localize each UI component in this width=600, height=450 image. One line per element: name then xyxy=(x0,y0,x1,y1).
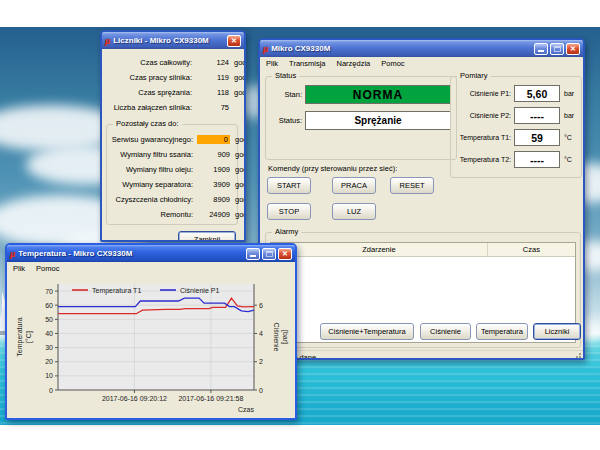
counter-unit: godz. xyxy=(229,88,246,97)
maximize-icon[interactable] xyxy=(262,248,276,260)
svg-text:2017-06-16 09:20:12: 2017-06-16 09:20:12 xyxy=(102,395,167,402)
stan-value: NORMA xyxy=(305,85,451,104)
measurement-label: Temperatura T1: xyxy=(453,134,514,141)
minimize-icon[interactable] xyxy=(246,248,260,260)
counter-label: Wymiany filtru ssania: xyxy=(107,150,197,159)
close-counters-button[interactable]: Zamknij xyxy=(178,231,236,242)
menu-narzedzia[interactable]: Narzędzia xyxy=(337,59,371,68)
svg-text:[°C]: [°C] xyxy=(25,331,33,343)
status-group: Status Stan: NORMA Status: Sprężanie xyxy=(265,76,457,160)
svg-text:Ciśnienie: Ciśnienie xyxy=(273,323,280,352)
counter-unit: godz. xyxy=(230,210,246,219)
close-icon[interactable]: ✕ xyxy=(278,248,292,260)
measurement-row: Ciśnienie P1: 5,60 bar xyxy=(453,85,579,102)
measurement-value: ---- xyxy=(514,151,560,168)
counter-unit: godz. xyxy=(229,58,246,67)
komendy-label: Komendy (przy sterowaniu przez sieć): xyxy=(268,164,397,173)
chart-svg: 01020304050607002462017-06-16 09:20:1220… xyxy=(10,276,292,416)
counter-value: 909 xyxy=(197,150,230,159)
counter-row: Serwisu gwarancyjnego: 0 godz. xyxy=(107,132,235,147)
svg-text:6: 6 xyxy=(259,302,263,309)
measurement-label: Ciśnienie P1: xyxy=(453,90,514,97)
svg-text:0: 0 xyxy=(259,387,263,394)
measurement-unit: °C xyxy=(560,156,572,163)
status-value: Sprężanie xyxy=(305,111,451,130)
menu-transmisja[interactable]: Transmisja xyxy=(289,59,325,68)
measurement-row: Temperatura T1: 59 °C xyxy=(453,129,579,146)
counter-unit: godz. xyxy=(230,165,246,174)
counter-unit: godz. xyxy=(229,73,246,82)
counters-window-title: Liczniki - Mikro CX9330M xyxy=(113,36,225,45)
counter-value: 75 xyxy=(196,103,229,112)
close-icon[interactable]: ✕ xyxy=(227,35,241,47)
counter-value: 1909 xyxy=(197,165,230,174)
status-group-label: Status xyxy=(272,71,299,80)
app-icon: µ xyxy=(263,44,268,54)
counter-label: Czyszczenia chłodnicy: xyxy=(107,195,197,204)
counter-label: Czas całkowity: xyxy=(106,58,196,67)
svg-text:20: 20 xyxy=(45,358,53,365)
svg-text:2: 2 xyxy=(259,358,263,365)
stop-button[interactable]: STOP xyxy=(267,203,311,220)
measurement-value: 5,60 xyxy=(514,85,560,102)
counters-body: Czas całkowity: 124 godz. Czas pracy sil… xyxy=(102,49,244,242)
svg-text:70: 70 xyxy=(45,288,53,295)
svg-text:60: 60 xyxy=(45,302,53,309)
measurement-unit: bar xyxy=(560,112,574,119)
svg-text:40: 40 xyxy=(45,330,53,337)
alarmy-group-label: Alarmy xyxy=(272,227,301,236)
menu-pomoc[interactable]: Pomoc xyxy=(36,264,59,273)
measurement-row: Ciśnienie P2: ---- bar xyxy=(453,107,579,124)
svg-text:Temperatura: Temperatura xyxy=(16,317,24,356)
maximize-icon[interactable] xyxy=(550,43,564,55)
svg-text:[bar]: [bar] xyxy=(281,330,289,344)
resize-grip-icon[interactable] xyxy=(572,352,581,360)
temperatura-button[interactable]: Temperatura xyxy=(476,323,528,340)
counter-row: Liczba załączeń silnika: 75 xyxy=(106,100,238,115)
measurement-label: Ciśnienie P2: xyxy=(453,112,514,119)
stan-label: Stan: xyxy=(270,90,305,99)
counters-window: µ Liczniki - Mikro CX9330M ✕ Czas całkow… xyxy=(100,30,246,242)
svg-text:Temperatura T1: Temperatura T1 xyxy=(92,287,141,295)
counter-row: Czas sprężania: 118 godz. xyxy=(106,85,238,100)
counter-unit: godz. xyxy=(230,150,246,159)
counter-unit: godz. xyxy=(230,135,246,144)
chart-window-title: Temperatura - Mikro CX9330M xyxy=(18,249,244,258)
counter-row: Czas pracy silnika: 119 godz. xyxy=(106,70,238,85)
chart-window: µ Temperatura - Mikro CX9330M ✕ Plik Pom… xyxy=(5,243,297,420)
counter-label: Wymiany separatora: xyxy=(107,180,197,189)
counter-label: Serwisu gwarancyjnego: xyxy=(107,135,197,144)
minimize-icon[interactable] xyxy=(534,43,548,55)
menu-plik[interactable]: Plik xyxy=(266,59,278,68)
alarm-col-zdarzenie[interactable]: Zdarzenie xyxy=(271,243,488,256)
svg-text:50: 50 xyxy=(45,316,53,323)
alarm-col-czas[interactable]: Czas xyxy=(488,243,575,256)
praca-button[interactable]: PRACA xyxy=(332,177,376,194)
start-button[interactable]: START xyxy=(267,177,311,194)
counter-value: 124 xyxy=(196,58,229,67)
menu-plik[interactable]: Plik xyxy=(13,264,25,273)
svg-text:4: 4 xyxy=(259,330,263,337)
counter-label: Liczba załączeń silnika: xyxy=(106,103,196,112)
counter-row: Wymiany filtru ssania: 909 godz. xyxy=(107,147,235,162)
app-icon: µ xyxy=(10,249,15,259)
measurement-unit: bar xyxy=(560,90,574,97)
liczniki-button[interactable]: Liczniki xyxy=(533,323,581,340)
luz-button[interactable]: LUZ xyxy=(332,203,376,220)
chart-titlebar[interactable]: µ Temperatura - Mikro CX9330M ✕ xyxy=(7,245,295,262)
cisnienie-temperatura-button[interactable]: Ciśnienie+Temperatura xyxy=(320,323,414,340)
reset-button[interactable]: RESET xyxy=(390,177,434,194)
svg-text:0: 0 xyxy=(49,387,53,394)
counter-row: Remontu: 24909 godz. xyxy=(107,207,235,222)
close-icon[interactable]: ✕ xyxy=(566,43,580,55)
cisnienie-button[interactable]: Ciśnienie xyxy=(420,323,471,340)
main-titlebar[interactable]: µ Mikro CX9330M ✕ xyxy=(260,40,583,57)
counter-row: Czas całkowity: 124 godz. xyxy=(106,55,238,70)
counter-value: 3909 xyxy=(197,180,230,189)
svg-text:Czas: Czas xyxy=(238,406,254,413)
counter-row: Wymiany filtru oleju: 1909 godz. xyxy=(107,162,235,177)
counter-row: Wymiany separatora: 3909 godz. xyxy=(107,177,235,192)
menu-pomoc[interactable]: Pomoc xyxy=(381,59,404,68)
counters-titlebar[interactable]: µ Liczniki - Mikro CX9330M ✕ xyxy=(102,32,244,49)
pomiary-group-label: Pomiary xyxy=(457,71,491,80)
